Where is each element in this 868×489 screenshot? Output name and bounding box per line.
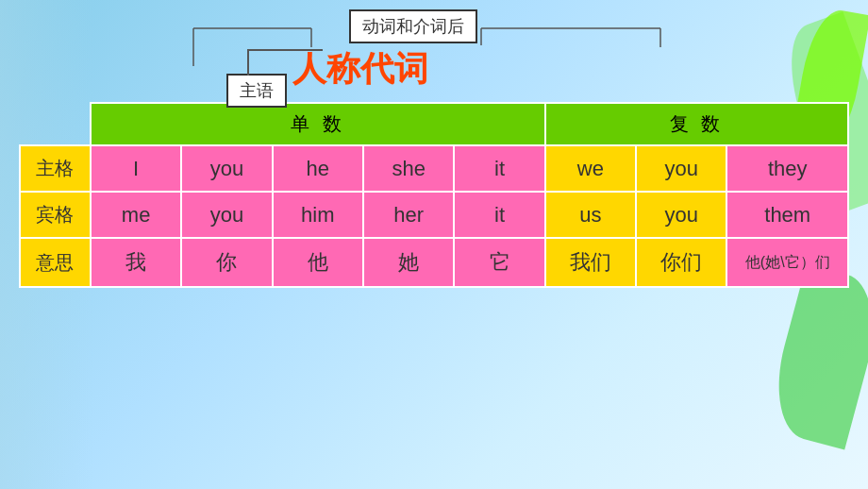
table-wrapper: 单 数 复 数 主格 I you [19, 102, 849, 288]
cell-they: they [726, 145, 848, 192]
row-accusative: 宾格 me you him her it [20, 192, 848, 238]
label-zhuyu: 主语 [226, 74, 287, 108]
label-nominative: 主格 [20, 145, 91, 192]
row-nominative: 主格 I you he she it [20, 145, 848, 192]
cell-ta-n: 它 [454, 238, 544, 287]
cell-it-nom: it [454, 145, 544, 192]
cell-nimen: 你们 [636, 238, 726, 287]
pronoun-table: 单 数 复 数 主格 I you [19, 102, 849, 288]
main-container: 主语 人称代词 动词和介词后 单 数 复 数 [19, 9, 849, 288]
cell-she: she [363, 145, 454, 192]
cell-them: them [726, 192, 848, 238]
cell-ta-f: 她 [363, 238, 454, 287]
header-row: 单 数 复 数 [20, 103, 848, 145]
cell-tamen: 他(她\它）们 [726, 238, 848, 287]
label-accusative: 宾格 [20, 192, 91, 238]
cell-wo: 我 [91, 238, 181, 287]
label-zhuyu-text: 主语 [240, 81, 274, 100]
main-title: 人称代词 [292, 46, 428, 93]
cell-ni: 你 [181, 238, 272, 287]
cell-me: me [91, 192, 181, 238]
header-plural: 复 数 [545, 103, 848, 145]
meaning-label-text: 意思 [36, 252, 74, 273]
cell-him: him [273, 192, 363, 238]
cell-women: 我们 [545, 238, 636, 287]
plural-label: 复 数 [670, 113, 725, 134]
label-meaning: 意思 [20, 238, 91, 287]
row-meaning: 意思 我 你 他 她 它 [20, 238, 848, 287]
label-dongci-text: 动词和介词后 [362, 17, 464, 36]
label-dongci: 动词和介词后 [349, 9, 477, 43]
cell-you-pl: you [636, 145, 726, 192]
cell-her: her [363, 192, 454, 238]
cell-you-pl-acc: you [636, 192, 726, 238]
cell-we: we [545, 145, 636, 192]
leaf-decor-3 [762, 263, 868, 449]
nominative-label-text: 主格 [36, 158, 74, 178]
cell-it-acc: it [454, 192, 544, 238]
header-singular: 单 数 [91, 103, 545, 145]
accusative-label-text: 宾格 [36, 204, 74, 225]
cell-you-sg: you [181, 145, 272, 192]
header-empty-cell [20, 103, 91, 145]
main-title-text: 人称代词 [292, 49, 428, 88]
cell-I: I [91, 145, 181, 192]
title-area: 主语 人称代词 动词和介词后 [19, 9, 849, 94]
singular-label: 单 数 [291, 113, 345, 134]
cell-ta-m: 他 [273, 238, 363, 287]
cell-he: he [273, 145, 363, 192]
cell-us: us [545, 192, 636, 238]
cell-you-acc: you [181, 192, 272, 238]
